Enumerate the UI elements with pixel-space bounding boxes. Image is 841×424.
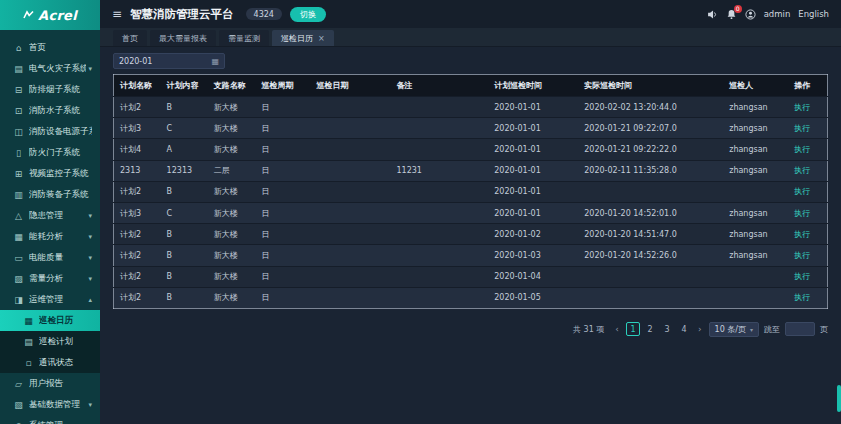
table-cell: zhangsan (723, 245, 788, 266)
page-number-2[interactable]: 2 (643, 322, 657, 336)
column-header: 支路名称 (208, 75, 256, 97)
table-cell: 2020-01-01 (488, 181, 578, 202)
sidebar-item-fire-water-subsystem[interactable]: ⊡消防水子系统 (0, 100, 100, 121)
tab-label: 巡检日历 (281, 33, 313, 44)
table-cell: 执行 (788, 139, 827, 160)
table-cell (311, 118, 391, 139)
content-panel: ▦ 计划名称计划内容支路名称巡检周期巡检日期备注计划巡检时间实际巡检时间巡检人操… (100, 47, 841, 424)
sidebar-item-hazard-management[interactable]: △隐患管理▾ (0, 205, 100, 226)
chevron-down-icon: ▾ (750, 326, 753, 333)
sidebar-item-label: 巡检日历 (39, 315, 92, 327)
volume-icon[interactable] (707, 9, 718, 20)
sidebar-item-energy-analysis[interactable]: ▦能耗分析▾ (0, 226, 100, 247)
language-switcher[interactable]: English (798, 9, 829, 19)
sidebar-item-fire-equipment-subsystem[interactable]: ▥消防装备子系统 (0, 184, 100, 205)
column-header: 备注 (390, 75, 488, 97)
page-number-3[interactable]: 3 (660, 322, 674, 336)
table-row: 231312313二层日112312020-01-012020-02-11 11… (114, 160, 828, 181)
table-cell: 2020-01-01 (488, 160, 578, 181)
sidebar-item-comm-status[interactable]: ▫通讯状态 (0, 352, 100, 373)
table-cell: A (161, 139, 208, 160)
sidebar-item-fire-equipment-power-subsystem[interactable]: ◫消防设备电源子系统 (0, 121, 100, 142)
tab-首页[interactable]: 首页 (113, 30, 147, 46)
table-cell: 执行 (788, 224, 827, 245)
execute-action-link[interactable]: 执行 (794, 145, 810, 154)
sidebar-item-system-management[interactable]: ⊛系统管理 (0, 415, 100, 424)
next-page-icon[interactable]: › (696, 324, 704, 334)
username-label[interactable]: admin (764, 9, 791, 19)
column-header: 巡检周期 (256, 75, 311, 97)
vertical-scrollbar-thumb[interactable] (837, 385, 841, 412)
switch-project-button[interactable]: 切换 (290, 7, 326, 22)
sidebar-item-smoke-exhaust-subsystem[interactable]: ⊟防排烟子系统 (0, 79, 100, 100)
table-cell: 执行 (788, 181, 827, 202)
execute-action-link[interactable]: 执行 (794, 272, 810, 281)
table-cell: 2020-01-02 (488, 224, 578, 245)
sidebar-item-power-quality[interactable]: ▭电能质量▾ (0, 247, 100, 268)
table-cell (311, 160, 391, 181)
sidebar-item-user-report[interactable]: ▱用户报告 (0, 373, 100, 394)
chevron-down-icon: ▾ (88, 212, 92, 220)
sidebar-item-demand-analysis[interactable]: ▨需量分析▾ (0, 268, 100, 289)
month-picker-input[interactable] (119, 57, 211, 66)
table-cell: C (161, 118, 208, 139)
sidebar-item-ops-management[interactable]: ◨运维管理▴ (0, 289, 100, 310)
execute-action-link[interactable]: 执行 (794, 103, 810, 112)
sidebar-item-video-monitor-subsystem[interactable]: ⊞视频监控子系统 (0, 163, 100, 184)
table-row: 计划2B新大楼日2020-01-01执行 (114, 181, 828, 202)
page-numbers: 1234 (626, 322, 691, 336)
page-number-1[interactable]: 1 (626, 322, 640, 336)
table-cell: 计划4 (114, 139, 161, 160)
sidebar-item-inspection-calendar[interactable]: ▦巡检日历 (0, 310, 100, 331)
sidebar-item-electrical-fire-subsystem[interactable]: ▤电气火灾子系统▾ (0, 58, 100, 79)
video-monitor-icon: ⊞ (12, 169, 25, 179)
jump-page-input[interactable] (785, 322, 815, 336)
page-number-4[interactable]: 4 (677, 322, 691, 336)
close-tab-icon[interactable]: × (318, 34, 325, 43)
execute-action-link[interactable]: 执行 (794, 166, 810, 175)
sidebar-item-home[interactable]: ⌂首页 (0, 37, 100, 58)
table-cell: 执行 (788, 245, 827, 266)
tab-巡检日历[interactable]: 巡检日历× (272, 30, 334, 46)
acrel-logo-icon (23, 10, 34, 21)
execute-action-link[interactable]: 执行 (794, 230, 810, 239)
table-cell: 2020-01-01 (488, 97, 578, 118)
sidebar-item-inspection-plan[interactable]: ▤巡检计划 (0, 331, 100, 352)
table-cell: 2020-01-21 09:22:22.0 (578, 139, 723, 160)
calendar-icon[interactable]: ▦ (211, 57, 219, 66)
month-picker[interactable]: ▦ (113, 53, 225, 69)
collapse-menu-icon[interactable]: ≡ (112, 8, 122, 20)
table-body: 计划2B新大楼日2020-01-012020-02-02 13:20:44.0z… (114, 97, 828, 309)
table-cell: 日 (256, 139, 311, 160)
user-avatar-icon[interactable] (745, 9, 756, 20)
column-header: 巡检日期 (311, 75, 391, 97)
brand-logo[interactable]: Acrel (0, 0, 100, 30)
table-cell: 执行 (788, 266, 827, 287)
column-header: 巡检人 (723, 75, 788, 97)
execute-action-link[interactable]: 执行 (794, 209, 810, 218)
table-cell (311, 97, 391, 118)
page-size-label: 10 条/页 (715, 324, 746, 335)
table-cell: 2020-01-21 09:22:07.0 (578, 118, 723, 139)
execute-action-link[interactable]: 执行 (794, 293, 810, 302)
table-cell: B (161, 287, 208, 308)
table-cell: 计划2 (114, 287, 161, 308)
notification-bell-icon[interactable]: 0 (726, 9, 737, 20)
page-size-select[interactable]: 10 条/页 ▾ (709, 322, 759, 337)
sidebar-item-fire-door-subsystem[interactable]: ▯防火门子系统 (0, 142, 100, 163)
prev-page-icon[interactable]: ‹ (613, 324, 621, 334)
table-cell: 执行 (788, 287, 827, 308)
tab-最大需量报表[interactable]: 最大需量报表 (150, 30, 216, 46)
table-cell: 2020-02-11 11:35:28.0 (578, 160, 723, 181)
table-cell: 计划2 (114, 97, 161, 118)
tab-需量监测[interactable]: 需量监测 (219, 30, 269, 46)
sidebar-menu: ⌂首页▤电气火灾子系统▾⊟防排烟子系统⊡消防水子系统◫消防设备电源子系统▯防火门… (0, 30, 100, 424)
table-cell: 2020-01-04 (488, 266, 578, 287)
sidebar-item-basic-data-management[interactable]: ▧基础数据管理▾ (0, 394, 100, 415)
table-cell: 日 (256, 202, 311, 223)
execute-action-link[interactable]: 执行 (794, 251, 810, 260)
execute-action-link[interactable]: 执行 (794, 124, 810, 133)
tab-label: 需量监测 (228, 33, 260, 44)
sidebar-item-label: 用户报告 (29, 378, 92, 390)
execute-action-link[interactable]: 执行 (794, 187, 810, 196)
